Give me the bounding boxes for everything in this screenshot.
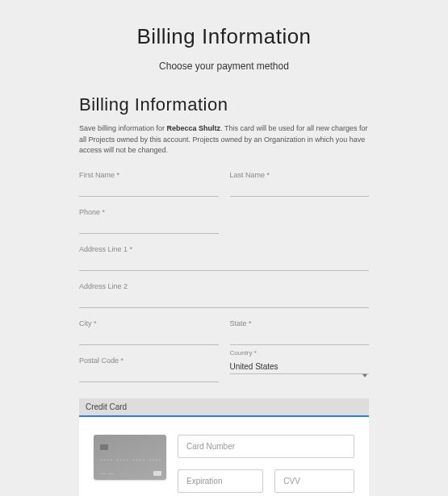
user-name: Rebecca Shultz: [167, 124, 221, 132]
chevron-down-icon: [362, 374, 367, 377]
last-name-field-wrapper: Last Name *: [230, 171, 370, 197]
first-name-label: First Name *: [79, 171, 219, 179]
country-label: Country *: [230, 349, 370, 356]
card-chip-icon: [100, 444, 108, 450]
section-description: Save billing information for Rebecca Shu…: [79, 123, 369, 156]
card-expiration-input[interactable]: [178, 469, 263, 493]
last-name-label: Last Name *: [230, 171, 370, 179]
state-field-wrapper: State *: [230, 319, 370, 345]
card-number-mask: •••• •••• •••• ••••: [100, 457, 161, 462]
page-subtitle: Choose your payment method: [79, 60, 369, 72]
country-field-wrapper: Country * United States: [230, 349, 370, 382]
address2-label: Address Line 2: [79, 282, 369, 290]
city-input[interactable]: [79, 331, 219, 345]
credit-card-icon: •••• •••• •••• •••• ••• •••: [94, 435, 166, 480]
billing-form-container: Billing Information Choose your payment …: [0, 0, 448, 496]
credit-card-body: •••• •••• •••• •••• ••• •••: [79, 417, 369, 497]
state-input[interactable]: [230, 331, 370, 345]
country-select[interactable]: United States: [230, 361, 370, 374]
last-name-input[interactable]: [230, 183, 370, 197]
first-name-field-wrapper: First Name *: [79, 171, 219, 197]
credit-card-section: Credit Card •••• •••• •••• •••• ••• •••: [79, 398, 369, 497]
card-brand-icon: [153, 471, 161, 476]
card-number-input[interactable]: [178, 435, 354, 458]
address2-field-wrapper: Address Line 2: [79, 282, 369, 308]
state-label: State *: [230, 319, 370, 327]
first-name-input[interactable]: [79, 183, 219, 197]
phone-field-wrapper: Phone *: [79, 208, 219, 234]
page-title: Billing Information: [79, 24, 369, 49]
phone-label: Phone *: [79, 208, 219, 216]
address2-input[interactable]: [79, 294, 369, 308]
postal-label: Postal Code *: [79, 356, 219, 365]
credit-card-header: Credit Card: [79, 398, 369, 417]
card-cvv-input[interactable]: [274, 469, 354, 493]
phone-input[interactable]: [79, 220, 219, 234]
section-title: Billing Information: [79, 94, 369, 115]
city-field-wrapper: City *: [79, 319, 219, 345]
postal-field-wrapper: Postal Code *: [79, 356, 219, 382]
address1-input[interactable]: [79, 257, 369, 271]
city-label: City *: [79, 319, 219, 327]
postal-input[interactable]: [79, 369, 219, 382]
address1-label: Address Line 1 *: [79, 245, 369, 253]
address1-field-wrapper: Address Line 1 *: [79, 245, 369, 271]
